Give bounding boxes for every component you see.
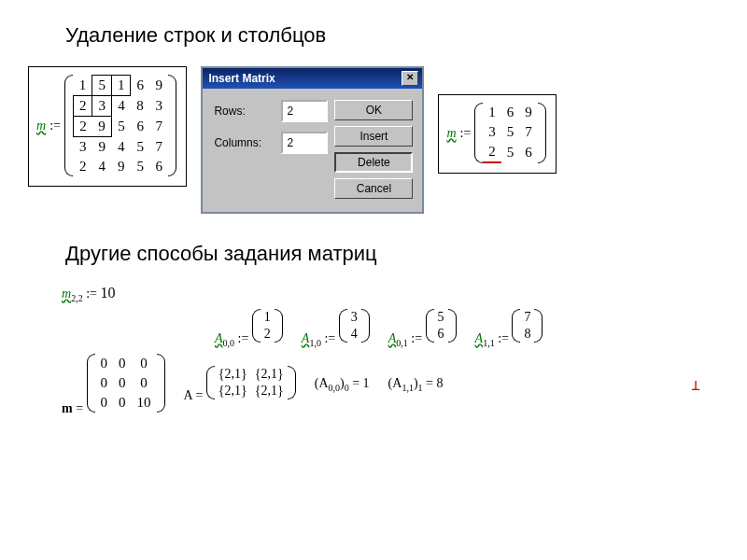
heading-delete: Удаление строк и столбцов (65, 23, 719, 48)
matrix-after-panel: m := 169 357 256 (438, 94, 556, 174)
columns-label: Columns: (214, 136, 270, 149)
a00-def: A0,0 := 12 (215, 309, 283, 348)
a-index-2: (A1,1)1 = 8 (388, 376, 444, 393)
assign-left: := (46, 119, 64, 133)
var-m-right: m (446, 126, 456, 141)
insert-matrix-dialog: Insert Matrix ✕ Rows: OK Insert Delete C… (201, 66, 424, 214)
edit-cursor-icon: ⊥ (691, 376, 719, 394)
elem-assign-row: m2,2 := 10 (62, 285, 719, 303)
a-defs-row: A0,0 := 12 A1,0 := 34 A0,1 := 56 A1,1 :=… (215, 309, 719, 348)
rows-input[interactable] (281, 100, 328, 122)
row-delete-example: m := 1 5 1 6 9 2 3 4 8 (28, 66, 719, 214)
var-m22: m (62, 287, 71, 301)
dialog-titlebar: Insert Matrix ✕ (203, 68, 422, 89)
var-m-left: m (36, 119, 46, 133)
a-block: A = {2,1}{2,1} {2,1}{2,1} (184, 366, 296, 403)
matrix-before-panel: m := 1 5 1 6 9 2 3 4 8 (28, 66, 187, 187)
delete-button[interactable]: Delete (334, 152, 413, 173)
insert-button[interactable]: Insert (334, 126, 413, 147)
results-row: m = 000 000 0010 A = {2,1}{2,1} {2,1}{2,… (62, 354, 719, 416)
matrix-after: 169 357 256 (474, 103, 546, 163)
rows-label: Rows: (214, 105, 270, 118)
cancel-button[interactable]: Cancel (334, 178, 413, 199)
assign-right: := (457, 126, 475, 141)
columns-input[interactable] (281, 132, 328, 154)
a11-def: A1,1 := 78 (475, 309, 543, 348)
m-result: m = 000 000 0010 (62, 354, 165, 416)
a-index-1: (A0,0)0 = 1 (315, 376, 370, 393)
a10-def: A1,0 := 34 (302, 309, 370, 348)
matrix-before: 1 5 1 6 9 2 3 4 8 3 2 9 (64, 75, 177, 176)
ok-button[interactable]: OK (334, 100, 413, 120)
heading-other: Другие способы задания матриц (65, 242, 719, 266)
dialog-title: Insert Matrix (208, 72, 275, 85)
close-icon[interactable]: ✕ (402, 71, 418, 86)
a01-def: A0,1 := 56 (388, 309, 457, 348)
